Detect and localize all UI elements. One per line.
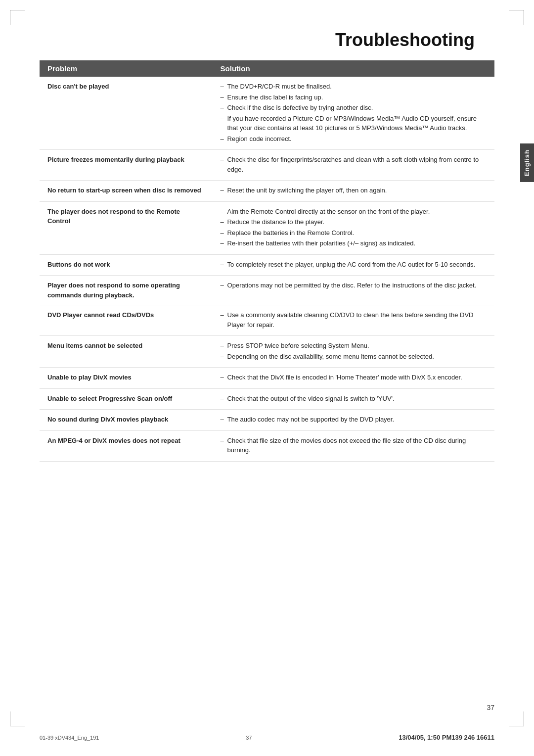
page-footer: 01-39 xDV434_Eng_191 37 13/04/05, 1:50 P… xyxy=(0,734,534,741)
problem-cell: Buttons do not work xyxy=(40,254,213,276)
solution-cell: To completely reset the player, unplug t… xyxy=(213,254,494,276)
table-row: Unable to select Progressive Scan on/off… xyxy=(40,388,494,410)
page: English Troubleshooting Problem Solution… xyxy=(0,0,534,756)
table-row: Disc can't be playedThe DVD+R/CD-R must … xyxy=(40,77,494,150)
page-title: Troubleshooting xyxy=(40,30,494,50)
solution-cell: Check the disc for fingerprints/scratche… xyxy=(213,150,494,181)
solution-item: Use a commonly available cleaning CD/DVD… xyxy=(221,310,487,330)
header-solution: Solution xyxy=(213,60,494,77)
solution-cell: The DVD+R/CD-R must be finalised.Ensure … xyxy=(213,77,494,150)
solution-cell: Check that file size of the movies does … xyxy=(213,430,494,461)
problem-cell: No return to start-up screen when disc i… xyxy=(40,181,213,202)
solution-cell: Check that the output of the video signa… xyxy=(213,388,494,410)
table-row: An MPEG-4 or DivX movies does not repeat… xyxy=(40,430,494,461)
solution-cell: Check that the DivX file is encoded in '… xyxy=(213,368,494,389)
problem-cell: The player does not respond to the Remot… xyxy=(40,201,213,254)
solution-cell: Aim the Remote Control directly at the s… xyxy=(213,201,494,254)
solution-item: If you have recorded a Picture CD or MP3… xyxy=(221,114,487,133)
problem-cell: DVD Player cannot read CDs/DVDs xyxy=(40,305,213,336)
solution-item: Ensure the disc label is facing up. xyxy=(221,93,487,102)
table-row: No return to start-up screen when disc i… xyxy=(40,181,494,202)
table-row: The player does not respond to the Remot… xyxy=(40,201,494,254)
solution-item: Reduce the distance to the player. xyxy=(221,217,487,227)
problem-cell: An MPEG-4 or DivX movies does not repeat xyxy=(40,430,213,461)
solution-item: Check that the DivX file is encoded in '… xyxy=(221,373,487,382)
solution-item: Check the disc for fingerprints/scratche… xyxy=(221,155,487,174)
solution-item: To completely reset the player, unplug t… xyxy=(221,260,487,270)
solution-item: Reset the unit by switching the player o… xyxy=(221,186,487,195)
solution-item: Region code incorrect. xyxy=(221,134,487,144)
problem-cell: Unable to play DivX movies xyxy=(40,368,213,389)
header-problem: Problem xyxy=(40,60,213,77)
table-row: Player does not respond to some operatin… xyxy=(40,276,494,305)
solution-item: Depending on the disc availability, some… xyxy=(221,352,487,362)
solution-item: The audio codec may not be supported by … xyxy=(221,415,487,425)
solution-cell: Reset the unit by switching the player o… xyxy=(213,181,494,202)
solution-item: The DVD+R/CD-R must be finalised. xyxy=(221,82,487,92)
table-header-row: Problem Solution xyxy=(40,60,494,77)
footer-left: 01-39 xDV434_Eng_191 xyxy=(40,735,99,741)
table-row: Picture freezes momentarily during playb… xyxy=(40,150,494,181)
table-row: Menu items cannot be selectedPress STOP … xyxy=(40,336,494,368)
language-side-tab: English xyxy=(520,143,534,182)
table-row: No sound during DivX movies playbackThe … xyxy=(40,410,494,431)
solution-item: Re-insert the batteries with their polar… xyxy=(221,238,487,248)
problem-cell: No sound during DivX movies playback xyxy=(40,410,213,431)
solution-item: Check if the disc is defective by trying… xyxy=(221,103,487,113)
solution-item: Check that file size of the movies does … xyxy=(221,436,487,455)
table-row: DVD Player cannot read CDs/DVDsUse a com… xyxy=(40,305,494,336)
solution-item: Press STOP twice before selecting System… xyxy=(221,341,487,351)
problem-cell: Unable to select Progressive Scan on/off xyxy=(40,388,213,410)
corner-mark-tl xyxy=(10,10,25,25)
solution-item: Operations may not be permitted by the d… xyxy=(221,281,487,290)
solution-item: Replace the batteries in the Remote Cont… xyxy=(221,228,487,238)
corner-mark-br xyxy=(509,711,524,726)
table-row: Buttons do not workTo completely reset t… xyxy=(40,254,494,276)
solution-item: Aim the Remote Control directly at the s… xyxy=(221,207,487,217)
corner-mark-tr xyxy=(509,10,524,25)
problem-cell: Menu items cannot be selected xyxy=(40,336,213,368)
problem-cell: Disc can't be played xyxy=(40,77,213,150)
solution-item: Check that the output of the video signa… xyxy=(221,394,487,404)
footer-mid: 37 xyxy=(246,735,252,741)
solution-cell: Press STOP twice before selecting System… xyxy=(213,336,494,368)
solution-cell: Use a commonly available cleaning CD/DVD… xyxy=(213,305,494,336)
page-number: 37 xyxy=(487,704,494,711)
table-row: Unable to play DivX moviesCheck that the… xyxy=(40,368,494,389)
solution-cell: Operations may not be permitted by the d… xyxy=(213,276,494,305)
problem-cell: Player does not respond to some operatin… xyxy=(40,276,213,305)
problem-cell: Picture freezes momentarily during playb… xyxy=(40,150,213,181)
corner-mark-bl xyxy=(10,711,25,726)
footer-right: 13/04/05, 1:50 PM139 246 16611 xyxy=(399,734,494,741)
troubleshooting-table: Problem Solution Disc can't be playedThe… xyxy=(40,60,494,462)
solution-cell: The audio codec may not be supported by … xyxy=(213,410,494,431)
